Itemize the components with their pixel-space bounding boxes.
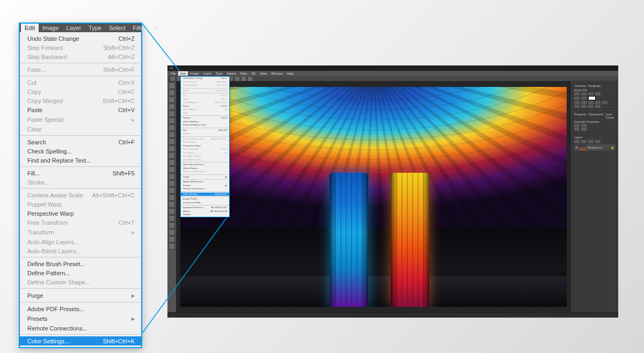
opt-icon[interactable]: [241, 77, 246, 81]
properties-title: Document Properties: [574, 120, 599, 123]
menu-item: Auto-Blend Layers...: [20, 246, 141, 255]
tool-icon[interactable]: [169, 83, 175, 89]
app-menubar-item[interactable]: Help: [285, 71, 296, 76]
app-menubar-item[interactable]: Image: [188, 71, 201, 76]
layers-panel[interactable]: Layers 👁 Background 🔒: [572, 134, 617, 311]
opt-icon[interactable]: [235, 77, 239, 81]
mini-menu-item[interactable]: Color Settings...Shift+Ctrl+K: [181, 193, 229, 196]
menu-item[interactable]: Presets: [20, 313, 141, 323]
menu-item[interactable]: Adobe PDF Presets...: [20, 304, 141, 313]
app-menubar-item[interactable]: Edit: [178, 71, 188, 76]
tool-icon[interactable]: [169, 90, 175, 96]
menu-item[interactable]: Undo State ChangeCtrl+Z: [20, 34, 141, 43]
app-menubar-item[interactable]: Filter: [238, 71, 249, 76]
menu-item[interactable]: Define Brush Preset...: [20, 259, 141, 268]
menu-item: CutCtrl+X: [20, 78, 141, 87]
font-family[interactable]: Myriad Pro: [574, 89, 587, 92]
tool-icon[interactable]: [169, 180, 175, 187]
right-panels: Character Paragraph Myriad Pro Propertie…: [571, 82, 618, 312]
mini-menu-item[interactable]: Convert to Profile...: [181, 201, 229, 205]
tool-icon[interactable]: [169, 187, 175, 194]
app-titlebar: Ps: [167, 65, 618, 71]
tool-icon[interactable]: [169, 222, 175, 229]
tool-icon[interactable]: [169, 166, 175, 173]
eye-icon[interactable]: 👁: [575, 146, 578, 149]
mini-menu-item: Step BackwardAlt+Ctrl+Z: [181, 84, 229, 87]
menu-item: Step BackwardAlt+Ctrl+Z: [20, 52, 141, 61]
layer-thumb[interactable]: [580, 145, 586, 150]
layer-row[interactable]: 👁 Background 🔒: [574, 144, 615, 151]
document-canvas[interactable]: [176, 82, 571, 312]
app-menubar-item[interactable]: Select: [225, 71, 238, 76]
menu-item[interactable]: Find and Replace Text...: [20, 156, 141, 165]
app-menubar-item[interactable]: Window: [269, 71, 284, 76]
tools-panel[interactable]: [167, 82, 176, 312]
tool-icon[interactable]: [169, 208, 175, 215]
tool-icon[interactable]: [169, 243, 175, 249]
tool-icon[interactable]: [169, 104, 175, 110]
mini-menu-item[interactable]: Toolbar...: [181, 213, 229, 217]
tab-adjustments[interactable]: Adjustments: [589, 113, 604, 119]
tab-layercomps[interactable]: Layer Comps: [605, 113, 615, 119]
menu-item[interactable]: Color Settings...Shift+Ctrl+K: [20, 336, 141, 345]
tool-icon[interactable]: [169, 194, 175, 201]
tab-layers[interactable]: Layers: [574, 136, 582, 139]
menu-item: CopyCtrl+C: [20, 87, 141, 96]
mini-menu-item[interactable]: Find and Replace Text...: [181, 123, 229, 127]
tool-icon[interactable]: [169, 229, 175, 236]
tool-icon[interactable]: [169, 145, 175, 152]
menubar-item-filter[interactable]: Filter: [129, 24, 150, 32]
tool-icon[interactable]: [169, 215, 175, 222]
document-image: [180, 87, 567, 307]
tool-icon[interactable]: [169, 159, 175, 166]
menu-item[interactable]: Remote Connections...: [20, 323, 141, 333]
menu-item[interactable]: Purge: [20, 290, 141, 300]
menu-item[interactable]: PasteCtrl+V: [20, 105, 141, 114]
menubar-item-edit[interactable]: Edit: [21, 24, 39, 32]
pillar-left: [330, 173, 368, 307]
tool-preset-icon[interactable]: [171, 77, 175, 81]
app-menubar[interactable]: FileEditImageLayerTypeSelectFilter3DView…: [167, 71, 618, 76]
color-swatch[interactable]: [588, 96, 596, 100]
properties-panel[interactable]: Properties Adjustments Layer Comps Docum…: [572, 111, 617, 133]
opt-icon[interactable]: [248, 77, 252, 81]
menubar-item-3[interactable]: 3: [150, 24, 160, 32]
app-menubar-item[interactable]: 3D: [250, 71, 258, 76]
menubar-item-select[interactable]: Select: [105, 24, 129, 32]
tool-icon[interactable]: [169, 152, 175, 159]
tool-icon[interactable]: [169, 117, 175, 124]
menu-item[interactable]: Fill...Shift+F5: [20, 168, 141, 178]
tool-icon[interactable]: [169, 97, 175, 103]
tool-icon[interactable]: [169, 111, 175, 117]
tool-icon[interactable]: [169, 236, 175, 242]
tool-icon[interactable]: [169, 201, 175, 208]
mini-menu-item: Stroke...: [181, 132, 229, 136]
menu-item[interactable]: Define Pattern...: [20, 268, 141, 277]
menu-item[interactable]: Perspective Warp: [20, 209, 141, 218]
menu-item[interactable]: SearchCtrl+F: [20, 137, 141, 146]
tool-icon[interactable]: [169, 138, 175, 145]
menu-item[interactable]: Check Spelling...: [20, 146, 141, 156]
edit-menu-mini[interactable]: Undo State ChangeCtrl+ZStep ForwardShift…: [180, 76, 230, 217]
menubar-item-image[interactable]: Image: [39, 24, 63, 32]
tab-paragraph[interactable]: Paragraph: [588, 84, 601, 87]
tool-icon[interactable]: [169, 131, 175, 138]
app-menubar-item[interactable]: Type: [214, 71, 225, 76]
tab-character[interactable]: Character: [574, 84, 586, 87]
app-menubar-item[interactable]: Layer: [201, 71, 214, 76]
menu-item: Stroke...: [20, 178, 141, 187]
app-menubar-item[interactable]: File: [169, 71, 178, 76]
mini-menu-item[interactable]: Purge▶: [181, 175, 229, 179]
menu-item: Copy MergedShift+Ctrl+C: [20, 96, 141, 105]
menubar-item-layer[interactable]: Layer: [63, 24, 85, 32]
tab-properties[interactable]: Properties: [574, 113, 587, 119]
menu-item: Define Custom Shape...: [20, 277, 141, 286]
mini-menu-item[interactable]: Remote Connections...: [181, 187, 229, 191]
character-panel[interactable]: Character Paragraph Myriad Pro: [572, 83, 617, 110]
options-bar[interactable]: [167, 76, 618, 82]
app-menubar-item[interactable]: View: [258, 71, 269, 76]
tool-icon[interactable]: [169, 173, 175, 180]
tool-icon[interactable]: [169, 124, 175, 131]
menubar-item-type[interactable]: Type: [85, 24, 105, 32]
layer-name[interactable]: Background: [588, 146, 602, 149]
